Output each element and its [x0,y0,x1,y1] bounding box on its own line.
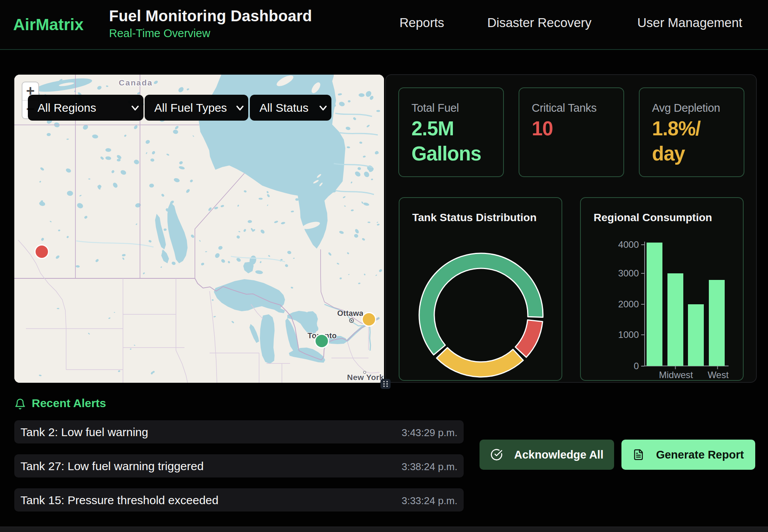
svg-text:2000: 2000 [618,299,639,309]
svg-text:Midwest: Midwest [659,370,693,380]
svg-text:1000: 1000 [618,329,639,340]
svg-text:Ottawa: Ottawa [337,309,364,317]
svg-text:New York: New York [347,373,384,382]
svg-text:0: 0 [634,361,639,371]
svg-text:4000: 4000 [618,239,639,250]
svg-text:3000: 3000 [618,268,639,278]
svg-text:Canada: Canada [119,78,153,87]
svg-text:West: West [708,370,729,380]
